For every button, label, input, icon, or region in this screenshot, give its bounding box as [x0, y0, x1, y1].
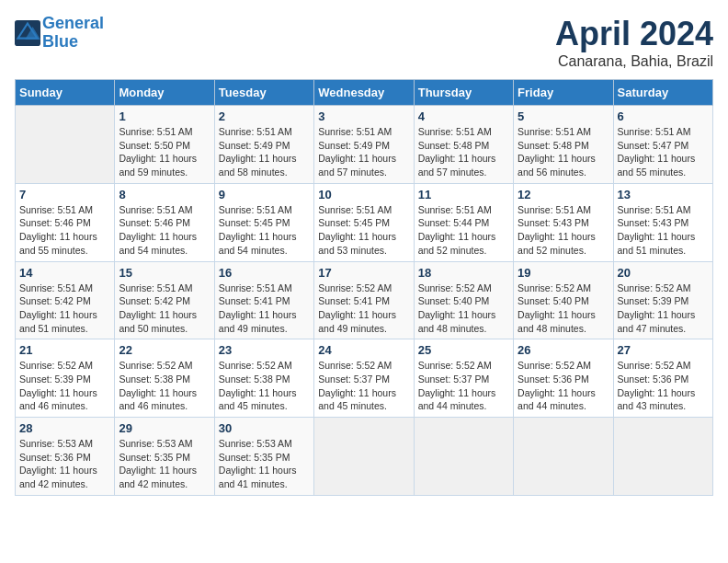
- calendar-cell: [414, 418, 513, 496]
- day-info: Sunrise: 5:52 AM Sunset: 5:41 PM Dayligh…: [318, 282, 409, 336]
- day-number: 27: [618, 343, 709, 357]
- day-number: 26: [518, 343, 609, 357]
- calendar-cell: 10Sunrise: 5:51 AM Sunset: 5:45 PM Dayli…: [314, 183, 414, 261]
- header-row: SundayMondayTuesdayWednesdayThursdayFrid…: [16, 80, 713, 106]
- calendar-cell: [314, 418, 414, 496]
- day-number: 16: [219, 266, 310, 280]
- calendar-cell: 29Sunrise: 5:53 AM Sunset: 5:35 PM Dayli…: [115, 418, 214, 496]
- calendar-body: 1Sunrise: 5:51 AM Sunset: 5:50 PM Daylig…: [16, 106, 713, 496]
- day-info: Sunrise: 5:51 AM Sunset: 5:49 PM Dayligh…: [318, 125, 409, 179]
- logo-icon: [15, 20, 40, 46]
- calendar-cell: 3Sunrise: 5:51 AM Sunset: 5:49 PM Daylig…: [314, 106, 414, 184]
- day-number: 4: [418, 109, 509, 123]
- logo: General Blue: [15, 15, 104, 52]
- day-number: 18: [418, 266, 509, 280]
- calendar-table: SundayMondayTuesdayWednesdayThursdayFrid…: [15, 79, 713, 496]
- calendar-cell: 4Sunrise: 5:51 AM Sunset: 5:48 PM Daylig…: [414, 106, 513, 184]
- day-number: 15: [119, 266, 210, 280]
- day-number: 12: [518, 188, 609, 201]
- day-number: 8: [119, 188, 210, 201]
- calendar-cell: 1Sunrise: 5:51 AM Sunset: 5:50 PM Daylig…: [115, 106, 214, 184]
- calendar-cell: 16Sunrise: 5:51 AM Sunset: 5:41 PM Dayli…: [214, 261, 313, 339]
- day-number: 21: [19, 343, 110, 357]
- day-info: Sunrise: 5:52 AM Sunset: 5:38 PM Dayligh…: [119, 359, 210, 413]
- calendar-cell: 28Sunrise: 5:53 AM Sunset: 5:36 PM Dayli…: [16, 418, 115, 496]
- day-info: Sunrise: 5:52 AM Sunset: 5:36 PM Dayligh…: [618, 359, 709, 413]
- day-info: Sunrise: 5:51 AM Sunset: 5:50 PM Dayligh…: [119, 125, 210, 179]
- day-number: 25: [418, 343, 509, 357]
- calendar-cell: 20Sunrise: 5:52 AM Sunset: 5:39 PM Dayli…: [613, 261, 712, 339]
- day-info: Sunrise: 5:51 AM Sunset: 5:46 PM Dayligh…: [19, 203, 110, 258]
- day-number: 17: [318, 266, 409, 280]
- calendar-cell: [613, 418, 712, 496]
- calendar-cell: [16, 106, 115, 184]
- day-info: Sunrise: 5:52 AM Sunset: 5:39 PM Dayligh…: [618, 282, 709, 336]
- calendar-cell: 7Sunrise: 5:51 AM Sunset: 5:46 PM Daylig…: [16, 183, 115, 261]
- day-info: Sunrise: 5:51 AM Sunset: 5:45 PM Dayligh…: [219, 203, 310, 258]
- day-info: Sunrise: 5:51 AM Sunset: 5:45 PM Dayligh…: [318, 203, 409, 258]
- day-number: 19: [518, 266, 609, 280]
- calendar-cell: 8Sunrise: 5:51 AM Sunset: 5:46 PM Daylig…: [115, 183, 214, 261]
- week-row: 14Sunrise: 5:51 AM Sunset: 5:42 PM Dayli…: [16, 261, 713, 339]
- calendar-cell: 24Sunrise: 5:52 AM Sunset: 5:37 PM Dayli…: [314, 339, 414, 418]
- day-info: Sunrise: 5:52 AM Sunset: 5:40 PM Dayligh…: [418, 282, 509, 336]
- day-number: 6: [618, 109, 709, 123]
- calendar-cell: 5Sunrise: 5:51 AM Sunset: 5:48 PM Daylig…: [514, 106, 613, 184]
- day-info: Sunrise: 5:51 AM Sunset: 5:41 PM Dayligh…: [219, 282, 310, 336]
- day-number: 29: [119, 421, 210, 435]
- day-header-saturday: Saturday: [613, 80, 712, 106]
- day-number: 14: [19, 266, 110, 280]
- calendar-cell: 13Sunrise: 5:51 AM Sunset: 5:43 PM Dayli…: [613, 183, 712, 261]
- day-info: Sunrise: 5:52 AM Sunset: 5:39 PM Dayligh…: [19, 359, 110, 413]
- calendar-header: SundayMondayTuesdayWednesdayThursdayFrid…: [16, 80, 713, 106]
- logo-text: General Blue: [42, 15, 104, 52]
- day-info: Sunrise: 5:53 AM Sunset: 5:35 PM Dayligh…: [119, 437, 210, 491]
- calendar-cell: 30Sunrise: 5:53 AM Sunset: 5:35 PM Dayli…: [214, 418, 313, 496]
- calendar-cell: 21Sunrise: 5:52 AM Sunset: 5:39 PM Dayli…: [16, 339, 115, 418]
- day-number: 13: [618, 188, 709, 201]
- title-area: April 2024 Canarana, Bahia, Brazil: [555, 15, 713, 70]
- day-info: Sunrise: 5:51 AM Sunset: 5:49 PM Dayligh…: [219, 125, 310, 179]
- calendar-cell: 6Sunrise: 5:51 AM Sunset: 5:47 PM Daylig…: [613, 106, 712, 184]
- logo-line1: General: [42, 14, 104, 32]
- calendar-cell: 2Sunrise: 5:51 AM Sunset: 5:49 PM Daylig…: [214, 106, 313, 184]
- calendar-cell: 15Sunrise: 5:51 AM Sunset: 5:42 PM Dayli…: [115, 261, 214, 339]
- week-row: 28Sunrise: 5:53 AM Sunset: 5:36 PM Dayli…: [16, 418, 713, 496]
- day-header-tuesday: Tuesday: [214, 80, 313, 106]
- week-row: 1Sunrise: 5:51 AM Sunset: 5:50 PM Daylig…: [16, 106, 713, 184]
- calendar-cell: 14Sunrise: 5:51 AM Sunset: 5:42 PM Dayli…: [16, 261, 115, 339]
- day-header-sunday: Sunday: [16, 80, 115, 106]
- day-info: Sunrise: 5:52 AM Sunset: 5:40 PM Dayligh…: [518, 282, 609, 336]
- day-info: Sunrise: 5:53 AM Sunset: 5:36 PM Dayligh…: [19, 437, 110, 491]
- day-info: Sunrise: 5:51 AM Sunset: 5:47 PM Dayligh…: [618, 125, 709, 179]
- day-number: 9: [219, 188, 310, 201]
- day-info: Sunrise: 5:51 AM Sunset: 5:48 PM Dayligh…: [518, 125, 609, 179]
- day-header-wednesday: Wednesday: [314, 80, 414, 106]
- day-info: Sunrise: 5:51 AM Sunset: 5:44 PM Dayligh…: [418, 203, 509, 258]
- calendar-cell: 19Sunrise: 5:52 AM Sunset: 5:40 PM Dayli…: [514, 261, 613, 339]
- day-info: Sunrise: 5:52 AM Sunset: 5:37 PM Dayligh…: [418, 359, 509, 413]
- day-info: Sunrise: 5:53 AM Sunset: 5:35 PM Dayligh…: [219, 437, 310, 491]
- month-title: April 2024: [555, 15, 713, 53]
- day-number: 3: [318, 109, 409, 123]
- day-number: 22: [119, 343, 210, 357]
- day-number: 24: [318, 343, 409, 357]
- day-header-friday: Friday: [514, 80, 613, 106]
- calendar-cell: 9Sunrise: 5:51 AM Sunset: 5:45 PM Daylig…: [214, 183, 313, 261]
- calendar-cell: 26Sunrise: 5:52 AM Sunset: 5:36 PM Dayli…: [514, 339, 613, 418]
- day-info: Sunrise: 5:51 AM Sunset: 5:42 PM Dayligh…: [119, 282, 210, 336]
- day-number: 30: [219, 421, 310, 435]
- day-number: 10: [318, 188, 409, 201]
- page-header: General Blue April 2024 Canarana, Bahia,…: [15, 15, 713, 70]
- day-number: 7: [19, 188, 110, 201]
- calendar-cell: 25Sunrise: 5:52 AM Sunset: 5:37 PM Dayli…: [414, 339, 513, 418]
- week-row: 7Sunrise: 5:51 AM Sunset: 5:46 PM Daylig…: [16, 183, 713, 261]
- calendar-cell: 23Sunrise: 5:52 AM Sunset: 5:38 PM Dayli…: [214, 339, 313, 418]
- day-number: 11: [418, 188, 509, 201]
- day-info: Sunrise: 5:51 AM Sunset: 5:43 PM Dayligh…: [518, 203, 609, 258]
- calendar-cell: 17Sunrise: 5:52 AM Sunset: 5:41 PM Dayli…: [314, 261, 414, 339]
- calendar-cell: 27Sunrise: 5:52 AM Sunset: 5:36 PM Dayli…: [613, 339, 712, 418]
- calendar-cell: [514, 418, 613, 496]
- logo-line2: Blue: [42, 32, 78, 51]
- calendar-cell: 18Sunrise: 5:52 AM Sunset: 5:40 PM Dayli…: [414, 261, 513, 339]
